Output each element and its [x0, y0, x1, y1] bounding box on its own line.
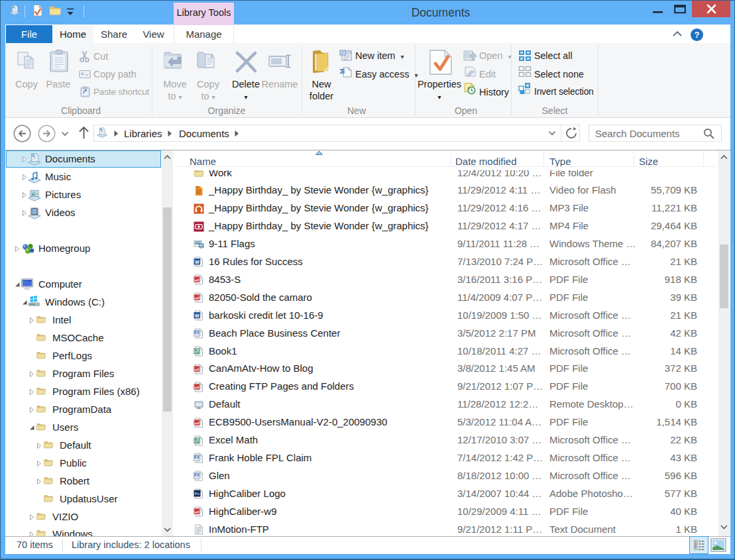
svg-text:W: W	[195, 259, 199, 264]
svg-text:FLV: FLV	[196, 186, 199, 188]
svg-text:pdf: pdf	[195, 296, 199, 299]
svg-text:pdf: pdf	[195, 385, 199, 388]
svg-text:W: W	[195, 313, 199, 317]
svg-text:Ps: Ps	[195, 492, 200, 496]
svg-text:pdf: pdf	[195, 278, 199, 281]
svg-text:pdf: pdf	[195, 367, 199, 370]
svg-text:pdf: pdf	[195, 510, 199, 513]
svg-text:pdf: pdf	[195, 421, 199, 424]
svg-text:?: ?	[695, 30, 700, 40]
